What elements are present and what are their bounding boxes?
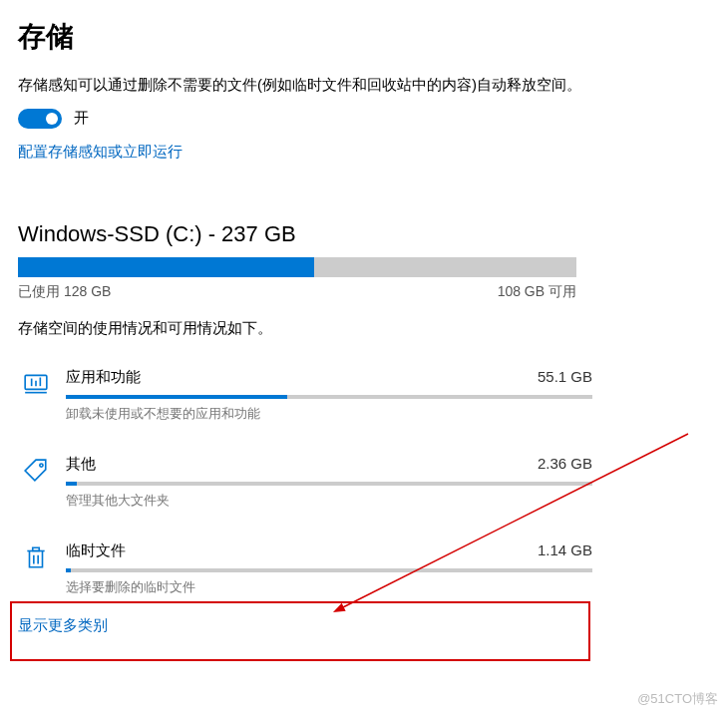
category-name: 临时文件 bbox=[66, 541, 126, 560]
category-item-2[interactable]: 临时文件 1.14 GB 选择要删除的临时文件 bbox=[18, 534, 596, 600]
tag-icon bbox=[22, 457, 50, 485]
category-bar bbox=[66, 482, 592, 486]
drive-title: Windows-SSD (C:) - 237 GB bbox=[18, 221, 710, 247]
toggle-state-label: 开 bbox=[74, 109, 89, 128]
category-bar-fill bbox=[66, 482, 77, 486]
drive-used-label: 已使用 128 GB bbox=[18, 283, 111, 301]
drive-usage-fill bbox=[18, 257, 314, 277]
category-subtext: 选择要删除的临时文件 bbox=[66, 578, 592, 596]
trash-icon bbox=[22, 543, 50, 571]
page-title: 存储 bbox=[18, 18, 710, 56]
watermark: @51CTO博客 bbox=[637, 690, 718, 708]
category-size: 1.14 GB bbox=[538, 541, 592, 560]
category-size: 55.1 GB bbox=[538, 368, 592, 387]
svg-point-5 bbox=[40, 463, 43, 466]
category-bar-fill bbox=[66, 568, 71, 572]
category-bar-fill bbox=[66, 395, 287, 399]
monitor-icon bbox=[22, 370, 50, 398]
drive-free-label: 108 GB 可用 bbox=[498, 283, 576, 301]
storage-sense-description: 存储感知可以通过删除不需要的文件(例如临时文件和回收站中的内容)自动释放空间。 bbox=[18, 74, 710, 97]
usage-description: 存储空间的使用情况和可用情况如下。 bbox=[18, 319, 710, 338]
category-subtext: 管理其他大文件夹 bbox=[66, 492, 592, 510]
storage-sense-toggle[interactable] bbox=[18, 109, 62, 129]
drive-usage-bar bbox=[18, 257, 576, 277]
show-more-link[interactable]: 显示更多类别 bbox=[18, 616, 108, 635]
category-item-1[interactable]: 其他 2.36 GB 管理其他大文件夹 bbox=[18, 447, 596, 514]
category-size: 2.36 GB bbox=[538, 455, 592, 474]
category-subtext: 卸载未使用或不想要的应用和功能 bbox=[66, 405, 592, 423]
category-name: 其他 bbox=[66, 455, 96, 474]
category-bar bbox=[66, 395, 592, 399]
category-item-0[interactable]: 应用和功能 55.1 GB 卸载未使用或不想要的应用和功能 bbox=[18, 360, 596, 427]
category-name: 应用和功能 bbox=[66, 368, 141, 387]
toggle-knob bbox=[46, 113, 58, 125]
configure-storage-sense-link[interactable]: 配置存储感知或立即运行 bbox=[18, 143, 182, 162]
category-bar bbox=[66, 568, 592, 572]
